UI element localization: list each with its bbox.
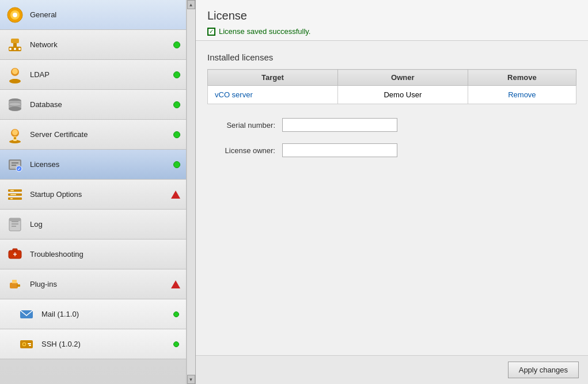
svg-rect-46 [14, 280, 17, 283]
table-header-remove: Remove [468, 70, 576, 86]
sidebar-item-server-certificate[interactable]: Server Certificate [0, 120, 186, 150]
database-status [173, 101, 180, 108]
scrollbar-up-button[interactable]: ▲ [187, 0, 195, 9]
vco-server-link[interactable]: vCO server [215, 90, 253, 99]
sidebar-item-licenses[interactable]: ✓ Licenses [0, 150, 186, 180]
sidebar-item-troubleshooting-label: Troubleshooting [30, 250, 180, 258]
table-row: vCO server Demo User Remove [208, 86, 576, 104]
sidebar-item-general[interactable]: General [0, 0, 186, 30]
sidebar-item-licenses-label: Licenses [30, 160, 171, 169]
serial-number-input[interactable] [282, 118, 397, 132]
svg-rect-29 [8, 197, 22, 200]
sidebar-item-general-label: General [30, 10, 180, 19]
svg-rect-43 [10, 283, 18, 288]
svg-point-8 [18, 48, 21, 50]
startup-options-status [171, 191, 180, 199]
network-status [173, 41, 180, 48]
main-container: General Network [0, 0, 588, 384]
scrollbar-down-button[interactable]: ▼ [187, 375, 195, 384]
svg-text:✓: ✓ [17, 167, 21, 171]
svg-rect-27 [8, 189, 22, 192]
svg-point-11 [9, 79, 21, 83]
database-icon [6, 96, 24, 114]
svg-text:+: + [13, 250, 17, 258]
svg-point-17 [12, 130, 18, 135]
section-title: Installed licenses [207, 52, 576, 62]
sidebar-item-network[interactable]: Network [0, 30, 186, 60]
content-panel: License ✓ License saved successfully. In… [196, 0, 588, 384]
page-title: License [207, 9, 576, 22]
svg-point-14 [9, 107, 21, 111]
sidebar-item-log-label: Log [30, 220, 180, 229]
license-table: Target Owner Remove vCO server Demo User… [207, 69, 576, 104]
sidebar-item-server-certificate-label: Server Certificate [30, 130, 171, 139]
ssh-icon [17, 335, 36, 353]
svg-point-50 [23, 343, 25, 345]
success-text: License saved successfully. [219, 27, 310, 36]
sidebar-item-plugins-label: Plug-ins [30, 280, 169, 288]
sidebar-item-database-label: Database [30, 100, 171, 109]
svg-rect-45 [12, 280, 14, 283]
table-cell-owner: Demo User [337, 86, 468, 104]
general-icon [6, 6, 24, 24]
success-message: ✓ License saved successfully. [207, 27, 576, 36]
sidebar-item-ldap-label: LDAP [30, 70, 171, 79]
license-owner-label: License owner: [207, 146, 282, 155]
licenses-status [173, 161, 180, 168]
serial-number-row: Serial number: [207, 118, 576, 132]
sidebar-item-ldap[interactable]: LDAP [0, 60, 186, 90]
svg-rect-42 [13, 249, 17, 251]
server-certificate-status [173, 131, 180, 138]
table-cell-remove: Remove [468, 86, 576, 104]
sidebar-items: General Network [0, 0, 195, 384]
ldap-status [173, 71, 180, 78]
svg-rect-44 [17, 284, 20, 287]
sidebar-item-plugins[interactable]: Plug-ins [0, 269, 186, 299]
sidebar-item-troubleshooting[interactable]: + Troubleshooting [0, 239, 186, 269]
scrollbar-track [187, 9, 195, 375]
sidebar-item-mail[interactable]: Mail (1.1.0) [0, 299, 186, 329]
svg-rect-52 [29, 345, 31, 346]
svg-point-20 [14, 137, 16, 139]
ssh-status [173, 341, 179, 347]
sidebar-item-ssh[interactable]: SSH (1.0.2) [0, 329, 186, 359]
sidebar-item-startup-options[interactable]: Startup Options [0, 180, 186, 210]
table-header-owner: Owner [337, 70, 468, 86]
svg-point-7 [14, 48, 16, 50]
sidebar-item-log[interactable]: Log [0, 210, 186, 239]
plugins-status [171, 280, 180, 288]
content-footer: Apply changes [196, 355, 588, 384]
success-icon: ✓ [207, 28, 215, 36]
svg-rect-51 [28, 343, 31, 344]
serial-number-label: Serial number: [207, 121, 282, 130]
ldap-icon [6, 66, 24, 84]
licenses-icon: ✓ [6, 155, 24, 174]
svg-rect-31 [10, 194, 16, 195]
svg-rect-30 [10, 190, 14, 191]
svg-rect-32 [10, 198, 13, 199]
svg-rect-5 [11, 39, 19, 43]
table-cell-target: vCO server [208, 86, 338, 104]
content-header: License ✓ License saved successfully. [196, 0, 588, 41]
remove-link[interactable]: Remove [508, 90, 536, 99]
svg-point-2 [13, 13, 17, 17]
license-owner-input[interactable] [282, 143, 397, 157]
sidebar-scrollbar: ▲ ▼ [186, 0, 195, 384]
license-owner-row: License owner: [207, 143, 576, 157]
sidebar-item-network-label: Network [30, 40, 171, 49]
sidebar-item-ssh-label: SSH (1.0.2) [41, 340, 173, 348]
svg-rect-38 [9, 218, 21, 221]
network-icon [6, 36, 24, 54]
sidebar-item-database[interactable]: Database [0, 90, 186, 120]
apply-changes-button[interactable]: Apply changes [508, 362, 579, 378]
svg-point-15 [9, 102, 21, 106]
mail-icon [17, 305, 36, 324]
content-body: Installed licenses Target Owner Remove v… [196, 41, 588, 355]
sidebar-item-startup-options-label: Startup Options [30, 190, 169, 199]
log-icon [6, 215, 24, 234]
sidebar: General Network [0, 0, 196, 384]
table-header-target: Target [208, 70, 338, 86]
svg-point-6 [9, 48, 12, 50]
server-certificate-icon [6, 126, 24, 144]
startup-options-icon [6, 185, 24, 204]
